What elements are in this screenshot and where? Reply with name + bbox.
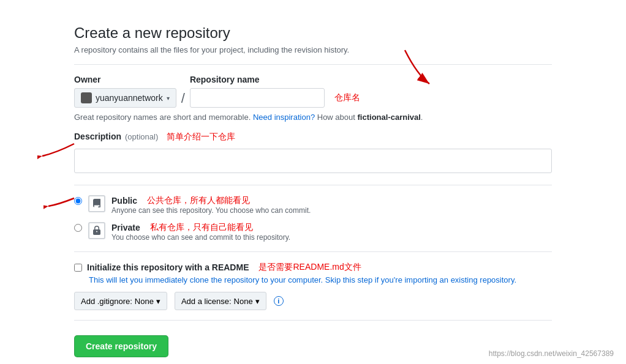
visibility-section: Public 公共仓库，所有人都能看见 Anyone can see this … — [74, 195, 552, 242]
public-description: Anyone can see this repository. You choo… — [111, 206, 311, 215]
repo-name-label: Repository name — [190, 75, 360, 84]
readme-description: This will let you immediately clone the … — [89, 275, 552, 284]
gitignore-label: Add .gitignore: — [81, 297, 132, 306]
private-description: You choose who can see and commit to thi… — [111, 233, 290, 242]
public-annotation: 公共仓库，所有人都能看见 — [147, 195, 250, 206]
repo-name-annotation: 仓库名 — [334, 92, 360, 103]
public-radio[interactable] — [74, 197, 82, 205]
info-icon[interactable]: i — [274, 296, 284, 306]
license-dropdown[interactable]: Add a license: None ▾ — [175, 292, 266, 310]
slash-separator: / — [181, 91, 185, 108]
description-annotation: 简单介绍一下仓库 — [167, 132, 235, 143]
suggestion-prefix: Great repository names are short and mem… — [74, 113, 251, 122]
watermark: https://blog.csdn.net/weixin_42567389 — [489, 349, 614, 358]
gitignore-license-row: Add .gitignore: None ▾ Add a license: No… — [74, 292, 552, 310]
suggestion-how-about-text: How about — [317, 113, 355, 122]
owner-field: Owner yuanyuannetwork ▾ — [74, 75, 176, 108]
page-subtitle: A repository contains all the files for … — [74, 45, 552, 54]
description-optional: (optional) — [125, 132, 158, 141]
owner-name: yuanyuannetwork — [96, 93, 163, 103]
gitignore-chevron: ▾ — [156, 297, 160, 306]
mid-divider2 — [74, 251, 552, 252]
repo-name-field: Repository name 仓库名 — [190, 75, 360, 108]
suggestion-end: . — [421, 113, 423, 122]
private-label: Private — [111, 223, 140, 232]
need-inspiration-link[interactable]: Need inspiration? — [253, 113, 315, 122]
public-label: Public — [111, 196, 137, 206]
gitignore-dropdown[interactable]: Add .gitignore: None ▾ — [74, 292, 167, 310]
create-repository-button[interactable]: Create repository — [74, 335, 168, 357]
mid-divider1 — [74, 185, 552, 185]
private-annotation: 私有仓库，只有自己能看见 — [150, 222, 253, 233]
private-radio[interactable] — [74, 224, 82, 232]
repo-suggestion: Great repository names are short and mem… — [74, 113, 552, 122]
public-icon — [88, 195, 105, 212]
gitignore-value: None — [135, 297, 154, 306]
private-icon — [88, 222, 105, 239]
owner-select[interactable]: yuanyuannetwork ▾ — [74, 88, 176, 108]
public-option: Public 公共仓库，所有人都能看见 Anyone can see this … — [74, 195, 552, 215]
description-input[interactable] — [74, 149, 552, 173]
license-label: Add a license: — [181, 297, 232, 306]
readme-checkbox[interactable] — [74, 264, 82, 272]
repo-name-input[interactable] — [190, 88, 325, 108]
owner-label: Owner — [74, 75, 176, 84]
readme-annotation: 是否需要README.md文件 — [258, 262, 361, 273]
suggestion-example: fictional-carnival — [358, 113, 421, 122]
private-text-block: Private 私有仓库，只有自己能看见 You choose who can … — [111, 222, 290, 242]
chevron-down-icon: ▾ — [167, 95, 170, 102]
arrow-public — [43, 195, 77, 220]
description-label: Description — [74, 132, 121, 141]
public-text-block: Public 公共仓库，所有人都能看见 Anyone can see this … — [111, 195, 311, 215]
readme-label: Initialize this repository with a README — [87, 262, 249, 272]
top-divider — [74, 64, 552, 65]
private-option: Private 私有仓库，只有自己能看见 You choose who can … — [74, 222, 552, 242]
page-title: Create a new repository — [74, 24, 552, 42]
owner-avatar — [81, 92, 92, 103]
license-chevron: ▾ — [255, 297, 260, 306]
readme-section: Initialize this repository with a README… — [74, 262, 552, 310]
license-value: None — [234, 297, 253, 306]
bottom-divider — [74, 320, 552, 321]
